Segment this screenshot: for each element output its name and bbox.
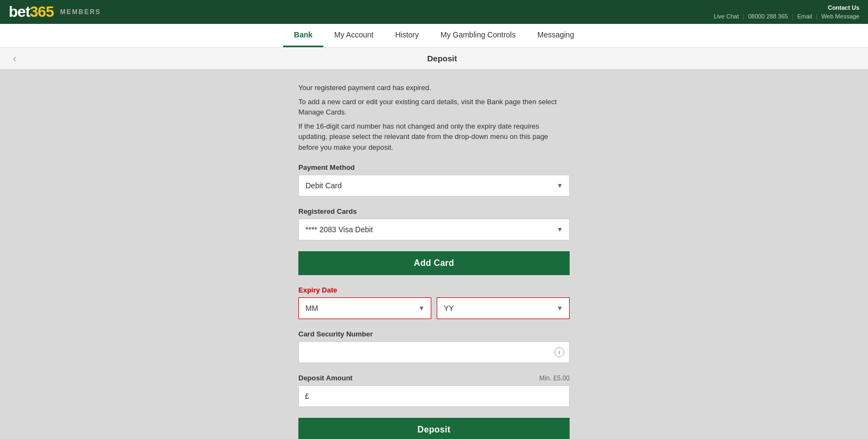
nav-item-messaging[interactable]: Messaging — [526, 24, 585, 47]
registered-cards-select-wrapper: **** 2083 Visa Debit ▼ — [298, 219, 570, 240]
card-security-input-wrapper: i — [298, 341, 570, 363]
page-title-bar: ‹ Deposit — [0, 48, 868, 69]
payment-method-group: Payment Method Debit Card Credit Card Pa… — [298, 163, 570, 196]
expiry-date-label: Expiry Date — [298, 286, 570, 294]
phone-number: 08000 288 365 — [748, 13, 788, 20]
registered-cards-label: Registered Cards — [298, 207, 570, 215]
back-button[interactable]: ‹ — [9, 50, 21, 66]
contact-info: Contact Us Live Chat | 08000 288 365 | E… — [714, 3, 859, 21]
expiry-month-wrapper: MM 010203 040506 070809 101112 ▼ — [298, 297, 431, 319]
registered-cards-select[interactable]: **** 2083 Visa Debit — [298, 219, 570, 240]
deposit-amount-input[interactable] — [298, 385, 570, 407]
live-chat-link[interactable]: Live Chat — [714, 13, 739, 20]
payment-method-select-wrapper: Debit Card Credit Card PayPal ▼ — [298, 175, 570, 196]
expiry-row: MM 010203 040506 070809 101112 ▼ YY 2526… — [298, 297, 570, 319]
card-security-input[interactable] — [298, 341, 570, 363]
add-card-group: Add Card — [298, 251, 570, 275]
header: bet365 MEMBERS Contact Us Live Chat | 08… — [0, 0, 868, 24]
deposit-amount-group: Deposit Amount Min. £5.00 £ — [298, 374, 570, 407]
payment-method-select[interactable]: Debit Card Credit Card PayPal — [298, 175, 570, 196]
deposit-amount-header: Deposit Amount Min. £5.00 — [298, 374, 570, 382]
nav-item-bank[interactable]: Bank — [283, 24, 323, 47]
logo-area: bet365 MEMBERS — [9, 3, 101, 21]
deposit-input-wrapper: £ — [298, 385, 570, 407]
alert-line1: Your registered payment card has expired… — [298, 82, 570, 93]
form-container: Your registered payment card has expired… — [298, 82, 570, 439]
deposit-amount-label: Deposit Amount — [298, 374, 353, 382]
logo-bet: bet365 — [9, 3, 54, 21]
expiry-year-select[interactable]: YY 252627 282930 31323334 — [437, 297, 570, 319]
nav-item-history[interactable]: History — [384, 24, 430, 47]
expiry-month-select[interactable]: MM 010203 040506 070809 101112 — [298, 297, 431, 319]
expiry-year-wrapper: YY 252627 282930 31323334 ▼ — [437, 297, 570, 319]
nav-item-gambling-controls[interactable]: My Gambling Controls — [430, 24, 527, 47]
card-security-group: Card Security Number i — [298, 330, 570, 363]
alert-line2: To add a new card or edit your existing … — [298, 97, 570, 118]
card-security-label: Card Security Number — [298, 330, 570, 338]
main-nav: Bank My Account History My Gambling Cont… — [0, 24, 868, 48]
expiry-date-group: Expiry Date MM 010203 040506 070809 1011… — [298, 286, 570, 319]
min-amount: Min. £5.00 — [539, 374, 570, 382]
alert-section: Your registered payment card has expired… — [298, 82, 570, 152]
payment-method-label: Payment Method — [298, 163, 570, 171]
logo-members: MEMBERS — [60, 8, 101, 16]
web-message-link[interactable]: Web Message — [821, 13, 859, 20]
alert-line3: If the 16-digit card number has not chan… — [298, 121, 570, 153]
email-link[interactable]: Email — [797, 13, 812, 20]
deposit-button-group: Deposit — [298, 418, 570, 439]
deposit-button[interactable]: Deposit — [298, 418, 570, 439]
registered-cards-group: Registered Cards **** 2083 Visa Debit ▼ — [298, 207, 570, 240]
nav-item-my-account[interactable]: My Account — [323, 24, 384, 47]
page-title: Deposit — [25, 54, 859, 63]
add-card-button[interactable]: Add Card — [298, 251, 570, 275]
main-content: Your registered payment card has expired… — [0, 69, 868, 439]
